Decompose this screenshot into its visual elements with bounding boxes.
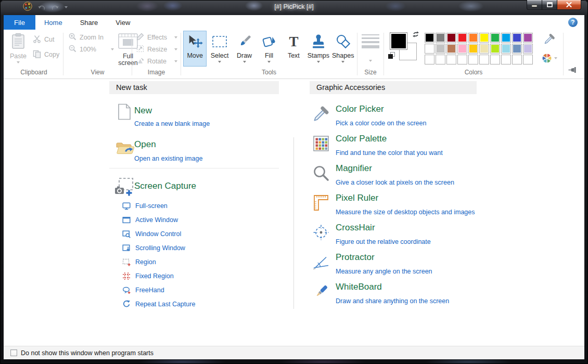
open-sublink[interactable]: Open an existing image: [134, 155, 202, 162]
color-swatch[interactable]: [523, 44, 533, 54]
paste-button[interactable]: Paste: [10, 30, 27, 67]
group-label-size: Size: [357, 67, 384, 78]
eyedropper-button[interactable]: [544, 33, 555, 47]
color-swatch[interactable]: [501, 55, 511, 64]
rotate-button[interactable]: Rotate: [136, 55, 177, 67]
protractor-sublink[interactable]: Measure any angle on the screen: [336, 268, 432, 275]
color-swatch[interactable]: [425, 44, 434, 54]
resize-button[interactable]: Resize: [136, 43, 177, 55]
crosshair-link[interactable]: CrossHair: [336, 223, 375, 233]
draw-tool-button[interactable]: Draw: [233, 31, 256, 67]
color-palette-link[interactable]: Color Palette: [336, 134, 387, 144]
draw-dropdown-icon: [243, 61, 246, 64]
tab-home[interactable]: Home: [35, 15, 71, 30]
capture-item-scrolling-window[interactable]: Scrolling Window: [122, 241, 195, 255]
color-swatch[interactable]: [446, 55, 456, 64]
color-swatch[interactable]: [436, 44, 445, 54]
color-swatch[interactable]: [501, 33, 511, 43]
color-swatch[interactable]: [468, 33, 478, 43]
help-button[interactable]: ?: [568, 18, 578, 27]
color-swatch[interactable]: [446, 33, 456, 43]
color-swatch[interactable]: [512, 44, 522, 54]
swap-colors-icon[interactable]: [412, 31, 419, 40]
color-wheel-button[interactable]: [542, 53, 557, 63]
capture-item-repeat-last-capture[interactable]: Repeat Last Capture: [122, 297, 195, 311]
color-swatch[interactable]: [479, 44, 489, 54]
color-swatch[interactable]: [479, 55, 489, 64]
color-swatch[interactable]: [479, 33, 489, 43]
color-picker-sublink[interactable]: Pick a color code on the screen: [336, 120, 426, 127]
group-clipboard: Paste Cut: [5, 30, 63, 79]
select-tool-button[interactable]: Select: [208, 31, 231, 67]
color-swatch[interactable]: [490, 33, 500, 43]
shapes-icon: [335, 31, 351, 52]
color-swatch[interactable]: [468, 55, 478, 64]
fill-icon: [261, 31, 277, 52]
copy-button[interactable]: Copy: [33, 50, 59, 59]
screen-capture-link[interactable]: Screen Capture: [134, 181, 196, 191]
foreground-color-swatch[interactable]: [390, 32, 407, 50]
text-tool-button[interactable]: T Text: [282, 31, 305, 67]
ribbon-pin-button[interactable]: [568, 66, 577, 75]
color-swatch[interactable]: [523, 55, 533, 64]
color-swatch[interactable]: [446, 44, 456, 54]
zoom-in-button[interactable]: Zoom In: [69, 31, 114, 43]
stamps-tool-button[interactable]: Stamps: [306, 31, 330, 67]
tab-share[interactable]: Share: [71, 15, 107, 30]
color-palette-sublink[interactable]: Find and tune the color that you want: [336, 149, 443, 157]
color-swatch[interactable]: [436, 55, 445, 64]
color-swatch[interactable]: [425, 33, 434, 43]
fill-tool-button[interactable]: Fill: [257, 31, 280, 67]
effects-icon: [136, 33, 144, 42]
line-size-button[interactable]: [357, 30, 384, 67]
color-swatch[interactable]: [457, 55, 467, 64]
tab-file[interactable]: File: [4, 15, 35, 30]
zoom-out-button[interactable]: 100%: [69, 43, 114, 55]
shapes-tool-button[interactable]: Shapes: [331, 31, 355, 67]
color-swatch[interactable]: [425, 55, 434, 64]
pixel-ruler-sublink[interactable]: Measure the size of desktop objects and …: [336, 209, 475, 216]
accessory-whiteboard: WhiteBoard Draw and share anything on th…: [312, 281, 489, 310]
tab-view[interactable]: View: [107, 15, 139, 30]
minimize-button[interactable]: [527, 0, 542, 10]
color-swatch[interactable]: [490, 55, 500, 64]
protractor-link[interactable]: Protractor: [336, 252, 375, 263]
pixel-ruler-link[interactable]: Pixel Ruler: [336, 193, 378, 203]
color-swatch[interactable]: [490, 44, 500, 54]
resize-dropdown-icon: [174, 48, 177, 50]
effects-button[interactable]: Effects: [136, 31, 177, 43]
color-swatch[interactable]: [436, 33, 445, 43]
cut-button[interactable]: Cut: [33, 35, 59, 44]
titlebar: [#] PicPick [#]: [0, 0, 588, 15]
color-swatch[interactable]: [512, 33, 522, 43]
close-button[interactable]: [557, 0, 581, 10]
capture-item-window-control[interactable]: Window Control: [122, 227, 195, 241]
default-colors-icon[interactable]: [388, 52, 395, 61]
open-link[interactable]: Open: [134, 139, 156, 150]
color-picker-link[interactable]: Color Picker: [336, 104, 384, 114]
new-link[interactable]: New: [134, 106, 152, 116]
capture-item-active-window[interactable]: Active Window: [122, 213, 195, 227]
capture-item-fixed-region[interactable]: Fixed Region: [122, 269, 195, 283]
whiteboard-link[interactable]: WhiteBoard: [336, 282, 382, 292]
magnifier-link[interactable]: Magnifier: [336, 163, 372, 174]
startup-checkbox[interactable]: [10, 349, 17, 356]
magnifier-sublink[interactable]: Give a closer look at pixels on the scre…: [336, 179, 454, 186]
color-swatch[interactable]: [512, 55, 522, 64]
capture-item-full-screen[interactable]: Full-screen: [122, 199, 195, 213]
move-tool-button[interactable]: Move: [183, 31, 207, 67]
region-icon: [122, 258, 131, 266]
ribbon-tab-bar: File Home Share View ?: [4, 15, 584, 30]
whiteboard-sublink[interactable]: Draw and share anything on the screen: [336, 297, 449, 305]
color-swatch[interactable]: [457, 33, 467, 43]
color-swatch[interactable]: [523, 33, 533, 43]
crosshair-sublink[interactable]: Figure out the relative coordinate: [336, 238, 431, 245]
new-sublink[interactable]: Create a new blank image: [134, 120, 210, 127]
stamps-icon: [312, 31, 325, 52]
capture-item-freehand[interactable]: FreeHand: [122, 283, 195, 297]
capture-item-region[interactable]: Region: [122, 255, 195, 269]
maximize-button[interactable]: [542, 0, 557, 10]
color-swatch[interactable]: [501, 44, 511, 54]
color-swatch[interactable]: [457, 44, 467, 54]
color-swatch[interactable]: [468, 44, 478, 54]
